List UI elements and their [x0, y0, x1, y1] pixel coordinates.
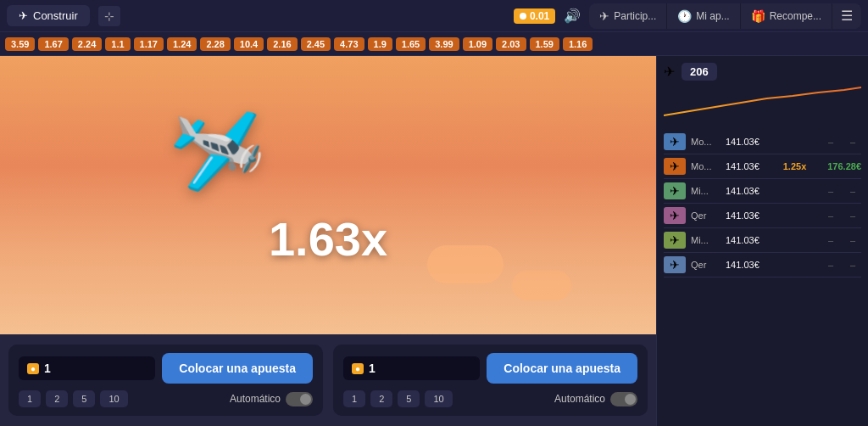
- avatar-plane-icon: ✈: [664, 133, 686, 150]
- bet-row-amount: 141.03€: [726, 137, 817, 147]
- tab-rewards[interactable]: 🎁 Recompe...: [741, 3, 832, 29]
- tab-participants[interactable]: ✈ Particip...: [589, 3, 667, 29]
- bet-row-avatar: ✈: [664, 158, 686, 175]
- bet-row-name: Qer: [691, 260, 721, 270]
- bet-row: ✈ Mi... 141.03€ – –: [664, 228, 861, 253]
- bet-row-dash-win: –: [844, 210, 861, 221]
- plane-nav-icon: ✈: [599, 9, 609, 23]
- bet-row-dash-win: –: [844, 260, 861, 270]
- coin-icon: ●: [27, 363, 39, 374]
- bet-amount-box[interactable]: ● 1: [19, 356, 155, 380]
- bet-row-name: Mi...: [691, 186, 721, 196]
- bet-row-mult: 1.25x: [780, 161, 810, 171]
- multiplier-badge: 2.16: [267, 37, 297, 51]
- bet-amount-box[interactable]: ● 1: [343, 356, 480, 380]
- toggle-knob: [300, 394, 311, 405]
- quick-bet-1[interactable]: 1: [19, 390, 41, 407]
- bet-row-avatar: ✈: [664, 232, 686, 249]
- rp-header: ✈ 206: [664, 63, 861, 81]
- player-count: 206: [682, 63, 717, 81]
- avatar-plane-icon: ✈: [664, 158, 686, 175]
- place-bet-button[interactable]: Colocar una apuesta: [487, 353, 637, 384]
- bet-row: ✈ Mo... 141.03€ 1.25x 176.28€: [664, 154, 861, 179]
- bet-row-amount: 141.03€: [726, 235, 817, 245]
- build-button[interactable]: ✈ Construir: [7, 5, 90, 26]
- game-area: 🛩️ 1.63x ● 1 Colocar una apuesta 12510 A…: [0, 56, 656, 426]
- bet-row-dash: –: [822, 137, 839, 147]
- quick-bet-2[interactable]: 2: [46, 390, 68, 407]
- auto-toggle[interactable]: [286, 392, 313, 406]
- bet-row-dash-win: –: [844, 186, 861, 196]
- right-panel: ✈ 206 ✈ Mo... 141.03€ – –: [656, 56, 868, 426]
- plane-icon: ✈: [19, 9, 28, 22]
- avatar-plane-icon: ✈: [664, 182, 686, 199]
- tab-rewards-label: Recompe...: [770, 10, 821, 22]
- auto-label: Automático: [554, 393, 605, 405]
- multiplier-badge: 2.28: [200, 37, 230, 51]
- multiplier-badge: 3.99: [429, 37, 459, 51]
- bet-row: ✈ Qer 141.03€ – –: [664, 253, 861, 277]
- multiplier-badge: 1.09: [463, 37, 492, 51]
- clock-icon: 🕐: [677, 9, 692, 23]
- quick-bet-5[interactable]: 5: [73, 390, 95, 407]
- balance-badge: 0.01: [514, 8, 555, 24]
- auto-label: Automático: [230, 393, 281, 405]
- bet-row-amount: 141.03€: [726, 186, 817, 196]
- place-bet-button[interactable]: Colocar una apuesta: [162, 353, 313, 384]
- bet-row-amount: 141.03€: [726, 260, 817, 270]
- multiplier-badge: 3.59: [5, 37, 35, 51]
- game-canvas: 🛩️ 1.63x: [0, 56, 656, 334]
- quick-bet-5[interactable]: 5: [398, 390, 420, 407]
- right-nav: ✈ Particip... 🕐 Mi ap... 🎁 Recompe... ☰: [589, 3, 861, 29]
- bet-row-dash-win: –: [844, 235, 861, 245]
- bet-row-name: Mi...: [691, 235, 721, 245]
- plane-header-icon: ✈: [664, 64, 675, 80]
- current-multiplier: 1.63x: [0, 211, 656, 266]
- bet-row-avatar: ✈: [664, 133, 686, 150]
- quick-bet-1[interactable]: 1: [343, 390, 365, 407]
- bet-row-name: Mo...: [691, 137, 721, 147]
- multiplier-badge: 1.65: [396, 37, 426, 51]
- bet-row-dash: –: [822, 260, 839, 270]
- tab-participants-label: Particip...: [614, 10, 656, 22]
- quick-bet-10[interactable]: 10: [425, 390, 452, 407]
- multiplier-badge: 4.73: [334, 37, 364, 51]
- auto-toggle[interactable]: [610, 392, 637, 406]
- multiplier-badge: 1.24: [167, 37, 197, 51]
- sound-button[interactable]: 🔊: [564, 8, 581, 24]
- balance-value: 0.01: [530, 10, 549, 22]
- bet-row-amount: 141.03€: [726, 161, 775, 171]
- tab-my-bet[interactable]: 🕐 Mi ap...: [667, 3, 740, 29]
- bet-row: ✈ Qer 141.03€ – –: [664, 204, 861, 228]
- balance-dot: [520, 13, 526, 20]
- bet-row-name: Qer: [691, 210, 721, 221]
- bet-row: ✈ Mi... 141.03€ – –: [664, 179, 861, 204]
- bet-bottom-row: 12510 Automático: [343, 390, 637, 407]
- multiplier-badge: 1.59: [530, 37, 559, 51]
- bet-row-avatar: ✈: [664, 182, 686, 199]
- hamburger-button[interactable]: ☰: [832, 8, 861, 24]
- quick-bet-2[interactable]: 2: [370, 390, 392, 407]
- bet-row: ✈ Mo... 141.03€ – –: [664, 130, 861, 154]
- bet-row-amount: 141.03€: [726, 210, 817, 221]
- tab-my-bet-label: Mi ap...: [696, 10, 729, 22]
- bet-top-row: ● 1 Colocar una apuesta: [343, 353, 637, 384]
- bet-value: 1: [369, 362, 376, 375]
- move-icon[interactable]: ⊹: [98, 6, 120, 26]
- multiplier-badge: 2.24: [72, 37, 102, 51]
- coin-icon: ●: [352, 363, 364, 374]
- bet-row-win: 176.28€: [815, 161, 861, 171]
- multiplier-badge: 2.03: [496, 37, 526, 51]
- bet-block-2: ● 1 Colocar una apuesta 12510 Automático: [333, 345, 648, 416]
- multiplier-badge: 2.45: [301, 37, 331, 51]
- bet-row-dash: –: [822, 210, 839, 221]
- quick-bet-10[interactable]: 10: [100, 390, 127, 407]
- avatar-plane-icon: ✈: [664, 256, 686, 273]
- multiplier-badge: 1.9: [368, 37, 392, 51]
- bet-row-name: Mo...: [691, 161, 721, 171]
- bet-row-avatar: ✈: [664, 256, 686, 273]
- bet-row-dash: –: [822, 235, 839, 245]
- right-panel-content: ✈ 206 ✈ Mo... 141.03€ – –: [657, 56, 868, 426]
- bet-row-dash-win: –: [844, 137, 861, 147]
- avatar-plane-icon: ✈: [664, 232, 686, 249]
